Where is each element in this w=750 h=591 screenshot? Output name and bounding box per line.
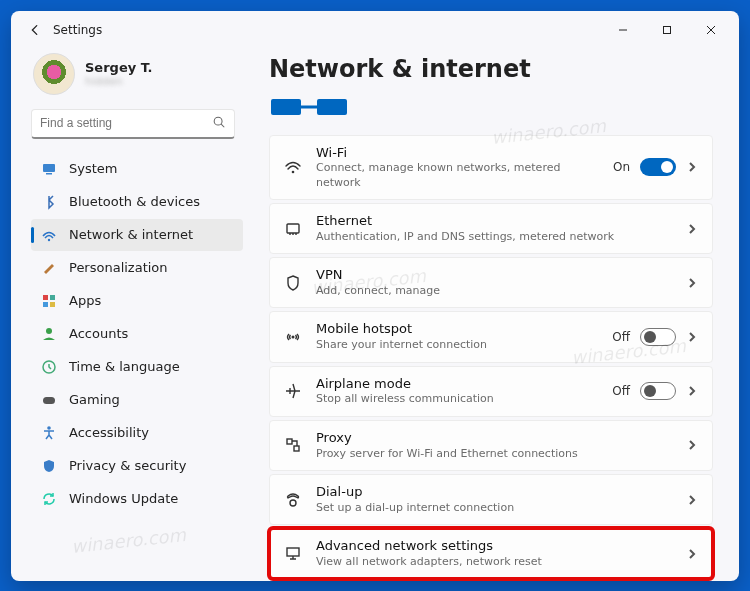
svg-point-14	[47, 426, 51, 430]
svg-point-23	[290, 500, 296, 506]
sidebar: Sergey T. hidden System Bluetooth & devi…	[11, 49, 249, 581]
avatar	[33, 53, 75, 95]
card-title: Wi-Fi	[316, 145, 599, 162]
advanced-network-icon	[284, 545, 302, 563]
card-ethernet[interactable]: Ethernet Authentication, IP and DNS sett…	[269, 203, 713, 254]
back-button[interactable]	[21, 16, 49, 44]
bluetooth-icon	[41, 194, 57, 210]
svg-point-11	[46, 328, 52, 334]
user-email: hidden	[85, 75, 153, 88]
dialup-icon	[284, 491, 302, 509]
svg-rect-5	[46, 173, 52, 175]
card-desc: View all network adapters, network reset	[316, 555, 672, 569]
svg-rect-19	[287, 224, 299, 233]
card-desc: Set up a dial-up internet connection	[316, 501, 672, 515]
card-advanced-network[interactable]: Advanced network settings View all netwo…	[269, 528, 713, 579]
network-icon	[41, 227, 57, 243]
wifi-toggle[interactable]	[640, 158, 676, 176]
chevron-right-icon	[686, 494, 698, 506]
svg-rect-15	[271, 99, 301, 115]
airplane-state-label: Off	[612, 384, 630, 398]
sidebar-item-privacy[interactable]: Privacy & security	[31, 450, 243, 482]
sidebar-item-network[interactable]: Network & internet	[31, 219, 243, 251]
wifi-state-label: On	[613, 160, 630, 174]
settings-list: Wi-Fi Connect, manage known networks, me…	[269, 135, 713, 580]
hotspot-icon	[284, 328, 302, 346]
sidebar-item-apps[interactable]: Apps	[31, 285, 243, 317]
settings-window: Settings Sergey T. hidden	[11, 11, 739, 581]
card-wifi[interactable]: Wi-Fi Connect, manage known networks, me…	[269, 135, 713, 200]
chevron-right-icon	[686, 161, 698, 173]
svg-rect-9	[43, 302, 48, 307]
card-vpn[interactable]: VPN Add, connect, manage	[269, 257, 713, 308]
update-icon	[41, 491, 57, 507]
svg-rect-7	[43, 295, 48, 300]
hotspot-toggle[interactable]	[640, 328, 676, 346]
sidebar-item-label: Bluetooth & devices	[69, 194, 200, 209]
network-hero-icon	[269, 91, 713, 127]
svg-line-3	[221, 124, 224, 127]
sidebar-item-update[interactable]: Windows Update	[31, 483, 243, 515]
chevron-right-icon	[686, 385, 698, 397]
card-title: Mobile hotspot	[316, 321, 598, 338]
card-desc: Stop all wireless communication	[316, 392, 598, 406]
close-button[interactable]	[691, 16, 731, 44]
sidebar-item-personalization[interactable]: Personalization	[31, 252, 243, 284]
sidebar-item-time[interactable]: Time & language	[31, 351, 243, 383]
svg-rect-4	[43, 164, 55, 172]
sidebar-item-accessibility[interactable]: Accessibility	[31, 417, 243, 449]
sidebar-item-label: Personalization	[69, 260, 168, 275]
personalization-icon	[41, 260, 57, 276]
sidebar-item-label: Time & language	[69, 359, 180, 374]
vpn-icon	[284, 274, 302, 292]
sidebar-item-label: Accessibility	[69, 425, 149, 440]
system-icon	[41, 161, 57, 177]
page-title: Network & internet	[269, 55, 713, 83]
card-desc: Share your internet connection	[316, 338, 598, 352]
sidebar-item-system[interactable]: System	[31, 153, 243, 185]
search-input[interactable]	[40, 116, 212, 130]
svg-rect-22	[294, 446, 299, 451]
user-profile[interactable]: Sergey T. hidden	[31, 49, 243, 105]
maximize-button[interactable]	[647, 16, 687, 44]
search-icon	[212, 115, 226, 132]
minimize-button[interactable]	[603, 16, 643, 44]
card-title: Dial-up	[316, 484, 672, 501]
chevron-right-icon	[686, 548, 698, 560]
titlebar: Settings	[11, 11, 739, 49]
accounts-icon	[41, 326, 57, 342]
svg-point-2	[214, 117, 222, 125]
svg-rect-1	[664, 26, 671, 33]
svg-point-6	[48, 238, 50, 240]
chevron-right-icon	[686, 439, 698, 451]
svg-point-20	[292, 335, 295, 338]
sidebar-item-label: Windows Update	[69, 491, 178, 506]
sidebar-item-label: Apps	[69, 293, 101, 308]
card-desc: Authentication, IP and DNS settings, met…	[316, 230, 672, 244]
card-airplane[interactable]: Airplane mode Stop all wireless communic…	[269, 366, 713, 417]
card-dialup[interactable]: Dial-up Set up a dial-up internet connec…	[269, 474, 713, 525]
card-proxy[interactable]: Proxy Proxy server for Wi-Fi and Etherne…	[269, 420, 713, 471]
card-title: Proxy	[316, 430, 672, 447]
svg-rect-16	[317, 99, 347, 115]
card-desc: Add, connect, manage	[316, 284, 672, 298]
card-title: Ethernet	[316, 213, 672, 230]
privacy-icon	[41, 458, 57, 474]
search-box[interactable]	[31, 109, 235, 139]
airplane-toggle[interactable]	[640, 382, 676, 400]
chevron-right-icon	[686, 331, 698, 343]
card-hotspot[interactable]: Mobile hotspot Share your internet conne…	[269, 311, 713, 362]
accessibility-icon	[41, 425, 57, 441]
sidebar-item-label: System	[69, 161, 117, 176]
ethernet-icon	[284, 220, 302, 238]
card-title: Advanced network settings	[316, 538, 672, 555]
sidebar-item-gaming[interactable]: Gaming	[31, 384, 243, 416]
svg-rect-10	[50, 302, 55, 307]
svg-rect-24	[287, 548, 299, 556]
airplane-icon	[284, 382, 302, 400]
sidebar-item-bluetooth[interactable]: Bluetooth & devices	[31, 186, 243, 218]
sidebar-item-label: Accounts	[69, 326, 128, 341]
proxy-icon	[284, 436, 302, 454]
svg-rect-21	[287, 439, 292, 444]
sidebar-item-accounts[interactable]: Accounts	[31, 318, 243, 350]
